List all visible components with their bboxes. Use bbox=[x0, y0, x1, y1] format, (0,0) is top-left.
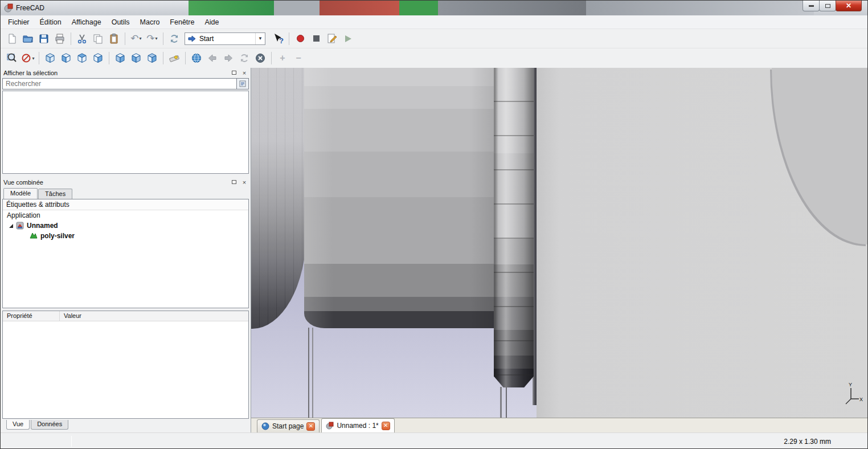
zoom-in-button[interactable]: + bbox=[275, 50, 290, 66]
macro-record-button[interactable] bbox=[292, 31, 308, 47]
tab-close-button[interactable]: ✕ bbox=[382, 422, 390, 430]
tab-data[interactable]: Données bbox=[31, 420, 68, 430]
maximize-button[interactable] bbox=[819, 1, 836, 11]
workbench-selector[interactable]: Start ▼ bbox=[185, 32, 265, 45]
tab-model[interactable]: Modèle bbox=[3, 188, 38, 199]
view-rear-button[interactable] bbox=[112, 50, 128, 66]
view-right-button[interactable] bbox=[90, 50, 106, 66]
open-button[interactable] bbox=[20, 31, 36, 47]
web-forward-button[interactable] bbox=[220, 50, 236, 66]
cut-button[interactable] bbox=[74, 31, 90, 47]
chevron-down-icon: ▼ bbox=[255, 33, 265, 44]
value-column-header[interactable]: Valeur bbox=[60, 311, 248, 321]
dock-close-button[interactable]: × bbox=[240, 178, 249, 186]
save-button[interactable] bbox=[36, 31, 52, 47]
web-refresh-button[interactable] bbox=[236, 50, 252, 66]
dock-float-button[interactable] bbox=[230, 178, 239, 186]
measure-button[interactable] bbox=[166, 50, 182, 66]
model-rod bbox=[308, 328, 309, 418]
freecad-window: FreeCAD ✕ Fichier Édition Affichage Outi… bbox=[0, 0, 868, 449]
dock-close-button[interactable]: × bbox=[240, 69, 249, 77]
tree-item-document[interactable]: Unnamed bbox=[3, 221, 248, 231]
tab-start-page[interactable]: Start page ✕ bbox=[257, 419, 320, 432]
property-column-header[interactable]: Propriété bbox=[3, 311, 60, 321]
front-view-icon bbox=[60, 52, 72, 64]
aero-glimpse bbox=[438, 1, 586, 15]
close-icon: × bbox=[243, 179, 246, 186]
copy-icon bbox=[92, 33, 104, 44]
draw-style-icon bbox=[21, 53, 31, 63]
redo-button[interactable]: ↷▾ bbox=[144, 31, 160, 47]
separator bbox=[163, 32, 163, 45]
menu-affichage[interactable]: Affichage bbox=[67, 15, 107, 28]
web-back-button[interactable] bbox=[204, 50, 220, 66]
refresh-button[interactable] bbox=[166, 31, 182, 47]
web-home-button[interactable] bbox=[189, 50, 204, 66]
view-front-button[interactable] bbox=[58, 50, 74, 66]
stop-load-icon bbox=[255, 53, 265, 63]
menu-macro[interactable]: Macro bbox=[135, 15, 165, 28]
copy-button[interactable] bbox=[90, 31, 106, 47]
mesh-icon bbox=[30, 232, 38, 240]
tree-item-application[interactable]: Application bbox=[3, 210, 248, 221]
macro-edit-button[interactable] bbox=[324, 31, 340, 47]
float-icon bbox=[232, 71, 236, 75]
aero-glimpse bbox=[320, 1, 399, 15]
expander-icon[interactable] bbox=[9, 224, 13, 228]
aero-glimpse bbox=[189, 1, 274, 15]
zoom-out-icon: − bbox=[296, 53, 301, 63]
svg-text:?: ? bbox=[279, 36, 284, 45]
minimize-button[interactable] bbox=[803, 1, 820, 11]
tab-tasks[interactable]: Tâches bbox=[38, 189, 72, 199]
aero-glimpse bbox=[399, 1, 438, 15]
search-input[interactable] bbox=[2, 78, 237, 89]
selection-list[interactable] bbox=[2, 91, 249, 174]
view-isometric-button[interactable] bbox=[42, 50, 58, 66]
search-settings-button[interactable] bbox=[237, 78, 249, 89]
tree-item-mesh-label: poly-silver bbox=[40, 232, 75, 240]
model-curved-face bbox=[772, 68, 867, 244]
draw-style-button[interactable]: ▾ bbox=[20, 50, 36, 66]
menu-edition[interactable]: Édition bbox=[35, 15, 67, 28]
toolbar-view: ▾ + − bbox=[1, 48, 867, 68]
tab-unnamed-document[interactable]: Unnamed : 1* ✕ bbox=[321, 418, 394, 432]
open-folder-icon bbox=[22, 33, 34, 44]
zoom-out-button[interactable]: − bbox=[290, 50, 306, 66]
menu-fichier[interactable]: Fichier bbox=[3, 15, 35, 28]
view-top-button[interactable] bbox=[74, 50, 90, 66]
print-icon bbox=[54, 33, 65, 44]
axis-cross: Y X bbox=[841, 381, 863, 409]
tab-view[interactable]: Vue bbox=[6, 420, 30, 430]
model-center-column bbox=[304, 68, 499, 328]
axis-y-label: Y bbox=[849, 382, 852, 387]
view-left-button[interactable] bbox=[144, 50, 160, 66]
whats-this-button[interactable]: ? bbox=[270, 31, 286, 47]
fit-all-button[interactable] bbox=[4, 50, 20, 66]
edit-macro-icon bbox=[326, 33, 338, 44]
workbench-start-icon bbox=[187, 34, 196, 43]
web-stop-button[interactable] bbox=[252, 50, 268, 66]
view-bottom-button[interactable] bbox=[128, 50, 144, 66]
menu-fenetre[interactable]: Fenêtre bbox=[165, 15, 199, 28]
tree-item-mesh[interactable]: poly-silver bbox=[3, 231, 248, 241]
new-document-button[interactable] bbox=[4, 31, 20, 47]
menu-aide[interactable]: Aide bbox=[199, 15, 224, 28]
globe-icon bbox=[191, 52, 202, 64]
titlebar[interactable]: FreeCAD ✕ bbox=[1, 1, 867, 15]
print-button[interactable] bbox=[52, 31, 68, 47]
macro-stop-button[interactable] bbox=[308, 31, 324, 47]
play-macro-icon bbox=[345, 35, 351, 42]
stop-macro-icon bbox=[313, 35, 320, 42]
paste-button[interactable] bbox=[106, 31, 122, 47]
macro-play-button[interactable] bbox=[340, 31, 356, 47]
dock-float-button[interactable] bbox=[230, 69, 239, 77]
menu-outils[interactable]: Outils bbox=[107, 15, 135, 28]
undo-button[interactable]: ↶▾ bbox=[128, 31, 144, 47]
aero-glimpse bbox=[274, 1, 320, 15]
close-button[interactable]: ✕ bbox=[836, 1, 862, 11]
chevron-down-icon: ▾ bbox=[140, 36, 142, 41]
tab-close-button[interactable]: ✕ bbox=[306, 422, 315, 431]
3d-viewport[interactable]: Y X bbox=[251, 68, 867, 418]
bottom-view-icon bbox=[130, 52, 142, 64]
separator bbox=[163, 52, 163, 64]
